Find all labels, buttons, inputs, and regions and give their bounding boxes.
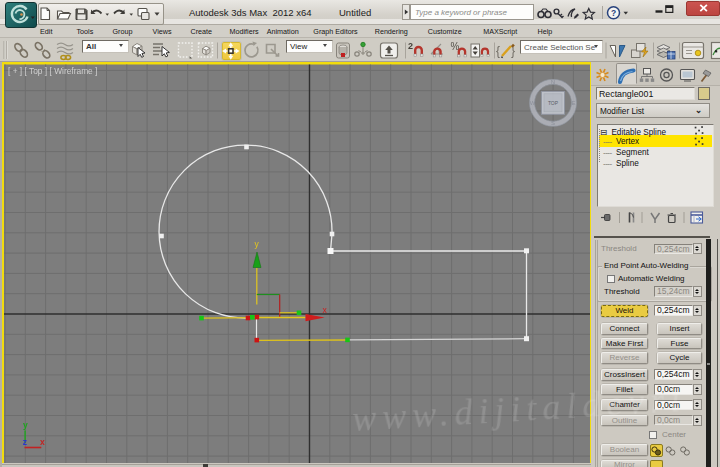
svg-text:E: E xyxy=(571,100,575,106)
svg-text:z: z xyxy=(22,437,26,447)
svg-text:[ + ] [ Top ] [ Wireframe ]: [ + ] [ Top ] [ Wireframe ] xyxy=(8,66,97,76)
svg-text:W: W xyxy=(529,100,535,106)
svg-text:S: S xyxy=(550,119,554,125)
svg-text:N: N xyxy=(550,79,554,85)
svg-text:TOP: TOP xyxy=(547,99,558,105)
svg-text:x: x xyxy=(40,437,45,447)
svg-text:y: y xyxy=(23,419,28,429)
